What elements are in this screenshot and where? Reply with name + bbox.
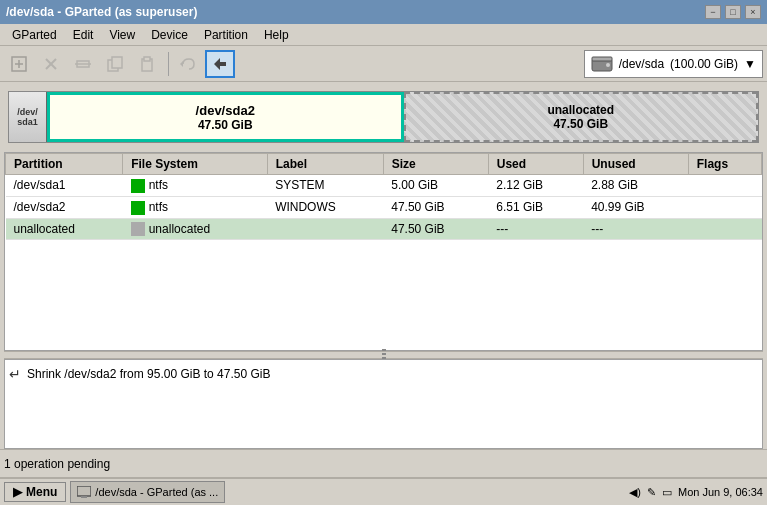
unallocated-name: unallocated <box>547 103 614 117</box>
cell-label: SYSTEM <box>267 175 383 197</box>
unallocated-size: 47.50 GiB <box>553 117 608 131</box>
svg-rect-16 <box>81 496 87 498</box>
apply-button[interactable] <box>205 50 235 78</box>
col-used: Used <box>488 154 583 175</box>
table-row[interactable]: unallocated unallocated 47.50 GiB------ <box>6 218 762 240</box>
table-row[interactable]: /dev/sda2 ntfs WINDOWS47.50 GiB6.51 GiB4… <box>6 196 762 218</box>
col-unused: Unused <box>583 154 688 175</box>
pencil-icon[interactable]: ✎ <box>647 486 656 499</box>
start-button[interactable]: ▶ Menu <box>4 482 66 502</box>
minimize-button[interactable]: − <box>705 5 721 19</box>
copy-button[interactable] <box>100 50 130 78</box>
cell-partition: /dev/sda2 <box>6 196 123 218</box>
disk-segment-sda1[interactable]: /dev/sda1 <box>9 92 47 142</box>
cell-filesystem: ntfs <box>123 196 267 218</box>
statusbar: 1 operation pending <box>0 449 767 477</box>
cell-unused: 2.88 GiB <box>583 175 688 197</box>
disk-selector-area: /dev/sda (100.00 GiB) ▼ <box>584 50 763 78</box>
operation-arrow-icon: ↵ <box>9 366 21 382</box>
sda2-size: 47.50 GiB <box>198 118 253 132</box>
cell-filesystem: unallocated <box>123 218 267 240</box>
cell-size: 47.50 GiB <box>383 196 488 218</box>
new-partition-button[interactable] <box>4 50 34 78</box>
cell-label: WINDOWS <box>267 196 383 218</box>
col-flags: Flags <box>688 154 761 175</box>
col-size: Size <box>383 154 488 175</box>
operations-area: ↵ Shrink /dev/sda2 from 95.00 GiB to 47.… <box>4 359 763 449</box>
disk-selector[interactable]: /dev/sda (100.00 GiB) ▼ <box>584 50 763 78</box>
taskbar-tray: ◀) ✎ ▭ Mon Jun 9, 06:34 <box>629 486 763 499</box>
disk-label: /dev/sda <box>619 57 664 71</box>
cell-unused: 40.99 GiB <box>583 196 688 218</box>
cell-flags <box>688 218 761 240</box>
svg-rect-13 <box>592 57 612 61</box>
disk-icon <box>591 55 613 73</box>
clock: Mon Jun 9, 06:34 <box>678 486 763 498</box>
taskbar-window-label: /dev/sda - GParted (as ... <box>95 486 218 498</box>
menubar: GParted Edit View Device Partition Help <box>0 24 767 46</box>
start-label: Menu <box>26 485 57 499</box>
disk-segment-sda2[interactable]: /dev/sda2 47.50 GiB <box>47 92 404 142</box>
cell-partition: unallocated <box>6 218 123 240</box>
start-icon: ▶ <box>13 485 22 499</box>
svg-rect-10 <box>144 57 150 61</box>
monitor-icon <box>77 486 91 498</box>
col-filesystem: File System <box>123 154 267 175</box>
cell-used: 6.51 GiB <box>488 196 583 218</box>
cell-flags <box>688 175 761 197</box>
volume-icon[interactable]: ◀) <box>629 486 641 499</box>
svg-rect-8 <box>112 57 122 68</box>
toolbar-separator-1 <box>168 52 169 76</box>
col-partition: Partition <box>6 154 123 175</box>
menu-gparted[interactable]: GParted <box>4 26 65 44</box>
svg-point-14 <box>606 63 610 67</box>
cell-size: 47.50 GiB <box>383 218 488 240</box>
paste-button[interactable] <box>132 50 162 78</box>
menu-view[interactable]: View <box>101 26 143 44</box>
svg-marker-11 <box>180 61 183 67</box>
delete-partition-button[interactable] <box>36 50 66 78</box>
col-label: Label <box>267 154 383 175</box>
window-title: /dev/sda - GParted (as superuser) <box>6 5 197 19</box>
svg-rect-15 <box>77 486 91 496</box>
partition-table: Partition File System Label Size Used Un… <box>5 153 762 240</box>
maximize-button[interactable]: □ <box>725 5 741 19</box>
battery-icon[interactable]: ▭ <box>662 486 672 499</box>
disk-size: (100.00 GiB) <box>670 57 738 71</box>
table-row[interactable]: /dev/sda1 ntfs SYSTEM5.00 GiB2.12 GiB2.8… <box>6 175 762 197</box>
menu-device[interactable]: Device <box>143 26 196 44</box>
undo-button[interactable] <box>173 50 203 78</box>
taskbar-window-button[interactable]: /dev/sda - GParted (as ... <box>70 481 225 503</box>
cell-flags <box>688 196 761 218</box>
cell-used: 2.12 GiB <box>488 175 583 197</box>
sda2-name: /dev/sda2 <box>196 103 255 118</box>
cell-partition: /dev/sda1 <box>6 175 123 197</box>
operation-item: ↵ Shrink /dev/sda2 from 95.00 GiB to 47.… <box>9 364 758 384</box>
taskbar: ▶ Menu /dev/sda - GParted (as ... ◀) ✎ ▭… <box>0 477 767 505</box>
status-text: 1 operation pending <box>4 457 763 471</box>
cell-size: 5.00 GiB <box>383 175 488 197</box>
menu-partition[interactable]: Partition <box>196 26 256 44</box>
window-controls: − □ × <box>705 5 761 19</box>
menu-help[interactable]: Help <box>256 26 297 44</box>
cell-label <box>267 218 383 240</box>
partition-table-container: Partition File System Label Size Used Un… <box>4 152 763 351</box>
close-button[interactable]: × <box>745 5 761 19</box>
resize-move-button[interactable] <box>68 50 98 78</box>
disk-visual: /dev/sda1 /dev/sda2 47.50 GiB unallocate… <box>8 91 759 143</box>
cell-filesystem: ntfs <box>123 175 267 197</box>
disk-visual-area: /dev/sda1 /dev/sda2 47.50 GiB unallocate… <box>0 82 767 152</box>
menu-edit[interactable]: Edit <box>65 26 102 44</box>
disk-segment-unallocated[interactable]: unallocated 47.50 GiB <box>404 92 759 142</box>
toolbar: /dev/sda (100.00 GiB) ▼ <box>0 46 767 82</box>
cell-unused: --- <box>583 218 688 240</box>
disk-dropdown-icon: ▼ <box>744 57 756 71</box>
divider <box>4 351 763 359</box>
operation-text: Shrink /dev/sda2 from 95.00 GiB to 47.50… <box>27 367 270 381</box>
titlebar: /dev/sda - GParted (as superuser) − □ × <box>0 0 767 24</box>
cell-used: --- <box>488 218 583 240</box>
